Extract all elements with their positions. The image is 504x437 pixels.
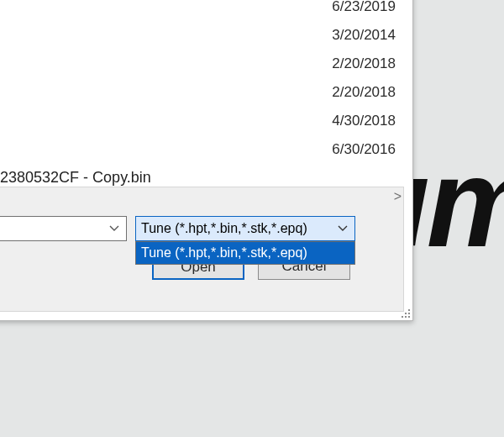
scroll-right-icon[interactable]: > — [394, 189, 402, 204]
file-type-filter-dropdown: Tune (*.hpt,*.bin,*.stk,*.epq) — [135, 241, 355, 265]
resize-grip-icon[interactable] — [398, 306, 410, 318]
file-date[interactable]: 2/20/2018 — [332, 78, 396, 107]
file-date[interactable]: 6/30/2016 — [332, 135, 396, 164]
file-list-dates-column: 6/23/2019 3/20/2014 2/20/2018 2/20/2018 … — [332, 0, 396, 164]
filename-input-combo[interactable] — [0, 216, 127, 241]
chevron-down-icon[interactable] — [338, 225, 348, 232]
file-type-filter-combo[interactable]: Tune (*.hpt,*.bin,*.stk,*.epq) — [135, 216, 355, 241]
file-date[interactable]: 6/23/2019 — [332, 0, 396, 21]
file-name-truncated[interactable]: 31ul 32380532CF - Copy.bin — [0, 169, 151, 187]
file-date[interactable]: 3/20/2014 — [332, 21, 396, 50]
file-type-filter-option[interactable]: Tune (*.hpt,*.bin,*.stk,*.epq) — [136, 242, 354, 264]
file-date[interactable]: 4/30/2018 — [332, 107, 396, 135]
file-open-dialog: 6/23/2019 3/20/2014 2/20/2018 2/20/2018 … — [0, 0, 413, 321]
file-type-filter-selected: Tune (*.hpt,*.bin,*.stk,*.epq) — [141, 221, 307, 235]
file-date[interactable]: 2/20/2018 — [332, 50, 396, 78]
chevron-down-icon[interactable] — [109, 225, 119, 232]
